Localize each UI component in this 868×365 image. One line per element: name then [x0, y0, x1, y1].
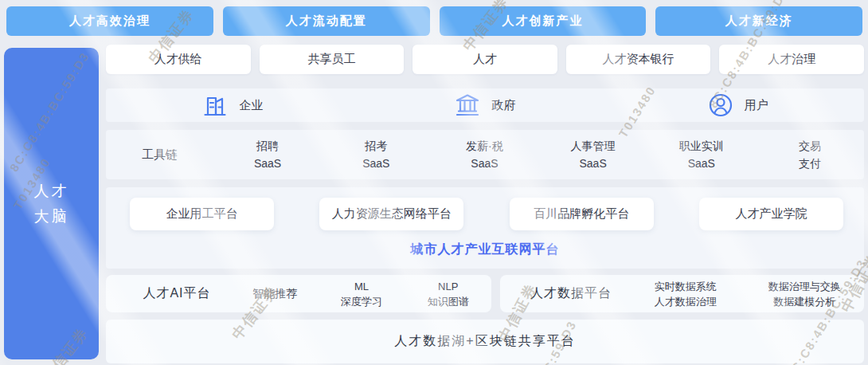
platform-band: 企业用工平台 人力资源生态网络平台 百川品牌孵化平台 人才产业学院 城市人才产业… — [106, 187, 864, 269]
toolchain-band: 工具链 招聘 SaaS 招考 SaaS 发薪·税 SaaS 人事管理 SaaS … — [106, 130, 864, 179]
data-item-line: 人才数据治理 — [655, 294, 717, 309]
ai-item-line: 深度学习 — [341, 294, 382, 309]
data-item-line: 数据治理与交换 — [768, 279, 841, 294]
tab-talent-flow: 人才流动配置 — [223, 6, 430, 36]
platform-box-row: 企业用工平台 人力资源生态网络平台 百川品牌孵化平台 人才产业学院 — [130, 198, 843, 230]
tool-line: 支付 — [799, 155, 821, 172]
tool-line: SaaS — [471, 155, 498, 172]
sidebar-title-line: 人才 — [34, 179, 69, 204]
ai-item-line: ML — [354, 279, 369, 294]
tab-talent-innovation: 人才创新产业 — [440, 6, 647, 36]
ai-item-ml: ML 深度学习 — [319, 279, 405, 309]
user-icon — [707, 92, 734, 119]
box-talent-governance: 人才治理 — [719, 45, 864, 74]
actor-user: 用户 — [612, 92, 864, 119]
talent-brain-diagram: 人才高效治理 人才流动配置 人才创新产业 人才新经济 人才 大脑 人才供给 共享… — [0, 0, 868, 365]
ai-item-line: NLP — [438, 279, 458, 294]
tool-line: 交易 — [799, 137, 821, 155]
tool-recruit-saas: 招聘 SaaS — [213, 137, 322, 172]
data-item-realtime: 实时数据系统 人才数据治理 — [626, 279, 745, 309]
tool-hr-saas: 人事管理 SaaS — [539, 137, 647, 172]
supply-row: 人才供给 共享员工 人才 人才资本银行 人才治理 — [106, 45, 864, 74]
toolchain-title: 工具链 — [106, 147, 213, 163]
actor-government: 政府 — [358, 92, 611, 119]
box-talent-supply: 人才供给 — [106, 45, 251, 74]
ai-platform-items: 智能推荐 ML 深度学习 NLP 知识图谱 — [232, 279, 491, 309]
data-platform-title: 人才数据平台 — [500, 285, 626, 302]
box-shared-staff: 共享员工 — [260, 45, 405, 74]
actor-enterprise: 企业 — [106, 92, 358, 119]
tool-trade-pay: 交易 支付 — [756, 137, 864, 172]
box-hr-eco-network-platform: 人力资源生态网络平台 — [319, 198, 463, 230]
tool-payroll-tax-saas: 发薪·税 SaaS — [430, 137, 538, 172]
bank-icon — [454, 92, 481, 119]
tool-line: 职业实训 — [679, 137, 724, 155]
tool-line: 发薪·税 — [466, 137, 503, 155]
data-item-governance: 数据治理与交换 数据建模分析 — [745, 279, 865, 309]
building-icon — [201, 92, 229, 119]
tab-talent-governance: 人才高效治理 — [6, 6, 213, 36]
data-item-line: 数据建模分析 — [773, 294, 835, 309]
tool-line: SaaS — [362, 155, 389, 172]
tool-line: SaaS — [254, 155, 281, 172]
tool-exam-saas: 招考 SaaS — [322, 137, 430, 172]
ai-item-line: 智能推荐 — [252, 286, 297, 301]
box-talent-capital-bank: 人才资本银行 — [566, 45, 711, 74]
ai-item-line: 知识图谱 — [428, 294, 469, 309]
tool-line: 招考 — [365, 137, 387, 155]
tool-line: SaaS — [579, 155, 606, 172]
tool-line: SaaS — [688, 155, 715, 172]
top-tab-row: 人才高效治理 人才流动配置 人才创新产业 人才新经济 — [6, 6, 862, 36]
tool-line: 招聘 — [256, 137, 279, 155]
sidebar-title-line: 大脑 — [34, 204, 69, 230]
data-lake-blockchain-bar: 人才数据湖+区块链共享平台 — [106, 320, 864, 363]
data-platform-items: 实时数据系统 人才数据治理 数据治理与交换 数据建模分析 — [626, 279, 864, 309]
tool-line: 人事管理 — [571, 137, 616, 155]
actor-band: 企业 政府 用户 — [106, 88, 864, 122]
ai-item-smart-recommend: 智能推荐 — [232, 279, 319, 309]
actor-label: 企业 — [239, 98, 263, 113]
actor-label: 政府 — [491, 98, 515, 113]
sidebar-talent-brain: 人才 大脑 — [4, 48, 99, 359]
tab-talent-new-economy: 人才新经济 — [655, 6, 862, 36]
ai-item-nlp: NLP 知识图谱 — [405, 279, 491, 309]
box-talent-industry-college: 人才产业学院 — [699, 198, 843, 230]
data-item-line: 实时数据系统 — [655, 279, 717, 294]
tool-training-saas: 职业实训 SaaS — [647, 137, 756, 172]
actor-label: 用户 — [745, 98, 768, 113]
box-baichuan-brand-incubation-platform: 百川品牌孵化平台 — [510, 198, 654, 230]
ai-platform-band: 人才AI平台 智能推荐 ML 深度学习 NLP 知识图谱 — [106, 275, 491, 312]
box-talent: 人才 — [412, 45, 557, 74]
data-platform-band: 人才数据平台 实时数据系统 人才数据治理 数据治理与交换 数据建模分析 — [500, 275, 864, 312]
box-enterprise-employment-platform: 企业用工平台 — [130, 198, 274, 230]
city-talent-internet-platform-title: 城市人才产业互联网平台 — [106, 241, 864, 258]
ai-platform-title: 人才AI平台 — [106, 285, 232, 302]
